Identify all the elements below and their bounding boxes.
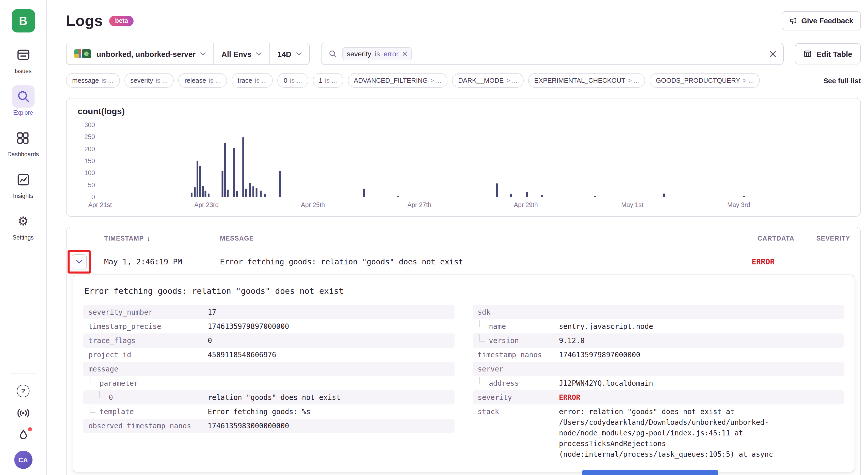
attribute-value: 9.12.0 [559, 335, 585, 346]
tree-connector [479, 377, 485, 384]
see-full-list-button[interactable]: See full list [821, 76, 861, 84]
chip-key: GOODS_PRODUCTQUERY [656, 77, 740, 84]
attribute-value: 1746135979897000000 [559, 350, 640, 360]
log-table-row[interactable]: May 1, 2:46:19 PM Error fetching goods: … [66, 250, 860, 274]
svg-text:Apr 21st: Apr 21st [88, 201, 112, 208]
svg-text:May 3rd: May 3rd [727, 201, 750, 208]
attribute-key: stack [478, 406, 559, 417]
attribute-key: parameter [88, 378, 208, 388]
chip-rest: is ... [255, 77, 267, 84]
expand-cell [66, 254, 104, 269]
sidebar-item-insights[interactable]: Insights [12, 168, 34, 199]
detail-attribute-row: severityERROR [473, 390, 844, 404]
filter-chips-row: messageis ...severityis ...releaseis ...… [66, 73, 861, 88]
log-detail-title: Error fetching goods: relation "goods" d… [84, 286, 844, 296]
detail-attribute-row: stackerror: relation "goods" does not ex… [473, 404, 844, 462]
sidebar-item-settings[interactable]: ⚙ Settings [12, 210, 34, 241]
sidebar: B Issues Explore [0, 0, 47, 475]
page-title: Logs [66, 12, 103, 29]
svg-text:150: 150 [84, 157, 95, 164]
broadcast-icon[interactable] [17, 407, 29, 419]
column-header-severity[interactable]: SEVERITY [794, 235, 850, 242]
edit-table-button[interactable]: Edit Table [795, 43, 861, 64]
project-selector[interactable]: unborked, unborked-server [66, 43, 213, 64]
filter-chip[interactable]: traceis ... [231, 73, 273, 88]
attribute-key: project_id [88, 350, 208, 360]
filter-chip[interactable]: severityis ... [124, 73, 174, 88]
filter-chip[interactable]: EXPERIMENTAL_CHECKOUT> ... [528, 73, 645, 88]
detail-attribute-row: server [473, 362, 844, 376]
attributes-column-right: sdknamesentry.javascript.nodeversion9.12… [473, 305, 844, 462]
chip-key: message [72, 77, 99, 84]
sidebar-item-dashboards[interactable]: Dashboards [7, 127, 39, 157]
attribute-value: sentry.javascript.node [559, 321, 653, 331]
expand-row-button[interactable] [72, 254, 87, 269]
attribute-value: 0 [208, 335, 212, 346]
date-range-selector[interactable]: 14D [269, 43, 309, 64]
partially-visible-blue-element [582, 470, 718, 475]
org-logo[interactable]: B [11, 9, 35, 32]
filter-chip[interactable]: ADVANCED_FILTERING> ... [348, 73, 447, 88]
chart-title: count(logs) [78, 107, 850, 117]
detail-attribute-row: version9.12.0 [473, 333, 844, 348]
svg-text:50: 50 [88, 181, 95, 189]
search-input[interactable]: severity is error [321, 43, 784, 65]
filter-chip[interactable]: messageis ... [66, 73, 120, 88]
dashboards-icon [12, 127, 34, 149]
tree-connector [479, 334, 485, 342]
filter-chip[interactable]: 0is ... [278, 73, 308, 88]
project-icon-unborked-server [81, 48, 92, 59]
filter-toolbar: unborked, unborked-server All Envs 14D [66, 43, 861, 65]
user-avatar[interactable]: CA [14, 451, 32, 469]
svg-text:Apr 29th: Apr 29th [514, 201, 538, 208]
chip-rest: is ... [209, 77, 221, 84]
app-root: B Issues Explore [0, 0, 868, 475]
token-remove-icon[interactable] [402, 51, 407, 56]
token-key: severity [347, 50, 371, 58]
svg-text:Apr 27th: Apr 27th [407, 201, 431, 208]
table-icon [804, 50, 812, 58]
sidebar-item-label: Issues [15, 68, 32, 74]
logs-table: TIMESTAMP ↓ MESSAGE CARTDATA SEVERITY Ma… [66, 227, 861, 475]
tree-connector [99, 391, 105, 398]
whats-new-flame-icon[interactable] [17, 429, 29, 441]
column-header-message[interactable]: MESSAGE [220, 235, 718, 242]
give-feedback-button[interactable]: Give Feedback [781, 11, 861, 30]
gear-icon: ⚙ [12, 210, 34, 232]
logs-table-header: TIMESTAMP ↓ MESSAGE CARTDATA SEVERITY [66, 227, 860, 250]
column-header-timestamp[interactable]: TIMESTAMP ↓ [104, 234, 220, 243]
filter-chip[interactable]: DARK__MODE> ... [452, 73, 523, 88]
environment-selector[interactable]: All Envs [213, 43, 269, 64]
chevron-down-icon [200, 52, 206, 56]
attribute-value: J12PWN42YQ.localdomain [559, 378, 653, 388]
chevron-down-icon [296, 52, 302, 56]
filter-chip[interactable]: GOODS_PRODUCTQUERY> ... [650, 73, 760, 88]
search-token[interactable]: severity is error [342, 47, 412, 60]
svg-text:100: 100 [84, 169, 95, 176]
svg-text:May 1st: May 1st [621, 201, 644, 208]
help-icon[interactable]: ? [17, 385, 29, 397]
sidebar-item-explore[interactable]: Explore [12, 85, 34, 116]
insights-chart-icon [12, 168, 34, 191]
chip-rest: > ... [430, 77, 441, 84]
attribute-key: version [478, 335, 559, 346]
chip-key: ADVANCED_FILTERING [354, 77, 428, 84]
filter-chip[interactable]: 1is ... [313, 73, 343, 88]
chip-rest: > ... [743, 77, 754, 84]
tree-connector [479, 320, 485, 327]
chip-key: 0 [284, 77, 287, 84]
sidebar-item-label: Settings [12, 234, 33, 241]
svg-text:250: 250 [84, 133, 95, 140]
sidebar-item-issues[interactable]: Issues [12, 44, 34, 74]
column-header-cartdata[interactable]: CARTDATA [718, 235, 794, 242]
svg-text:Apr 25th: Apr 25th [301, 201, 325, 208]
logs-bar-chart[interactable]: 050100150200250300Apr 21stApr 23rdApr 25… [77, 120, 850, 211]
sidebar-item-label: Explore [13, 110, 33, 116]
attribute-value: error: relation "goods" does not exist a… [559, 406, 774, 460]
attribute-key: address [478, 378, 559, 388]
chip-rest: is ... [325, 77, 337, 84]
attribute-key: trace_flags [88, 335, 208, 346]
search-clear-icon[interactable] [770, 50, 776, 57]
filter-chip[interactable]: releaseis ... [178, 73, 227, 88]
chip-key: 1 [319, 77, 322, 84]
